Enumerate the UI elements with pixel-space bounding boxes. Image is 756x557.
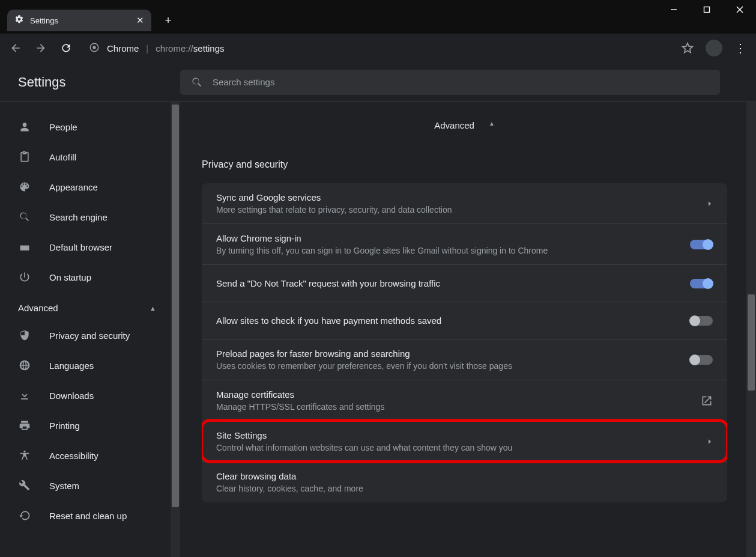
back-button[interactable] [5, 37, 26, 59]
new-tab-button[interactable]: + [160, 12, 177, 29]
browser-icon [18, 241, 31, 253]
toggle-payment-check[interactable] [690, 316, 713, 326]
chrome-icon [89, 42, 100, 55]
maximize-button[interactable] [690, 0, 723, 19]
settings-search-box[interactable] [180, 70, 720, 95]
row-allow-signin: Allow Chrome sign-in By turning this off… [202, 224, 727, 264]
row-title: Preload pages for faster browsing and se… [216, 349, 680, 359]
sidebar-item-accessibility[interactable]: Accessibility [0, 440, 180, 470]
sidebar-item-appearance[interactable]: Appearance [0, 172, 180, 202]
row-sync-services[interactable]: Sync and Google services More settings t… [202, 183, 727, 224]
wrench-icon [18, 479, 31, 492]
sidebar-item-label: Privacy and security [49, 330, 130, 341]
browser-menu-icon[interactable]: ⋮ [730, 41, 751, 55]
sidebar-advanced-toggle[interactable]: Advanced ▲ [0, 292, 180, 320]
row-title: Send a "Do Not Track" request with your … [216, 278, 680, 288]
sidebar-item-default-browser[interactable]: Default browser [0, 232, 180, 262]
row-title: Sync and Google services [216, 192, 697, 202]
row-site-settings[interactable]: Site Settings Control what information w… [202, 421, 727, 461]
sidebar-item-label: On startup [49, 272, 91, 282]
page-title: Settings [0, 75, 180, 90]
address-bar: Chrome | chrome://settings ⋮ [0, 34, 756, 62]
bookmark-star-icon[interactable] [677, 42, 698, 54]
download-icon [18, 389, 31, 401]
row-subtitle: By turning this off, you can sign in to … [216, 246, 680, 255]
restore-icon [18, 510, 31, 522]
toggle-allow-signin[interactable] [690, 240, 713, 249]
search-icon [18, 211, 31, 223]
row-title: Site Settings [216, 430, 697, 440]
row-do-not-track: Send a "Do Not Track" request with your … [202, 264, 727, 302]
privacy-card: Sync and Google services More settings t… [202, 183, 727, 502]
sidebar-item-label: Reset and clean up [49, 511, 127, 521]
content-scrollbar[interactable] [746, 102, 756, 557]
chevron-right-icon [707, 439, 713, 445]
svg-rect-1 [704, 7, 709, 13]
row-payment-check: Allow sites to check if you have payment… [202, 302, 727, 339]
content-advanced-label: Advanced [434, 120, 474, 130]
settings-content: Advanced ▲ Privacy and security Sync and… [180, 102, 756, 557]
print-icon [18, 419, 31, 431]
sidebar-item-downloads[interactable]: Downloads [0, 380, 180, 410]
row-title: Clear browsing data [216, 471, 713, 481]
close-tab-icon[interactable]: ✕ [136, 15, 144, 26]
omnibox-app-label: Chrome [107, 43, 139, 53]
sidebar-item-printing[interactable]: Printing [0, 410, 180, 440]
tab-strip: Settings ✕ + [0, 7, 177, 34]
row-subtitle: Control what information websites can us… [216, 443, 697, 452]
row-subtitle: Manage HTTPS/SSL certificates and settin… [216, 402, 691, 412]
sidebar-item-label: Accessibility [49, 451, 98, 461]
sidebar-item-label: Languages [49, 361, 94, 371]
minimize-button[interactable] [657, 0, 690, 19]
row-title: Allow sites to check if you have payment… [216, 315, 680, 326]
power-icon [18, 271, 31, 283]
clipboard-icon [18, 151, 31, 163]
row-subtitle: More settings that relate to privacy, se… [216, 205, 697, 215]
sidebar-item-system[interactable]: System [0, 470, 180, 501]
row-manage-certificates[interactable]: Manage certificates Manage HTTPS/SSL cer… [202, 380, 727, 421]
sidebar: People Autofill Appearance Search engine… [0, 102, 180, 557]
row-preload-pages: Preload pages for faster browsing and se… [202, 339, 727, 380]
row-title: Manage certificates [216, 389, 691, 400]
row-subtitle: Uses cookies to remember your preference… [216, 361, 680, 371]
profile-avatar[interactable] [706, 40, 722, 56]
browser-tab-settings[interactable]: Settings ✕ [7, 10, 151, 31]
sidebar-item-reset[interactable]: Reset and clean up [0, 501, 180, 531]
person-icon [18, 121, 31, 133]
sidebar-item-label: Search engine [49, 212, 107, 222]
reload-button[interactable] [55, 37, 77, 59]
omnibox[interactable]: Chrome | chrome://settings [80, 38, 673, 58]
sidebar-item-label: Default browser [49, 242, 112, 252]
search-icon [191, 76, 203, 88]
svg-point-5 [92, 46, 95, 49]
row-clear-browsing-data[interactable]: Clear browsing data Clear history, cooki… [202, 461, 727, 502]
toggle-preload[interactable] [690, 355, 713, 365]
sidebar-item-search-engine[interactable]: Search engine [0, 202, 180, 232]
row-subtitle: Clear history, cookies, cache, and more [216, 484, 713, 493]
sidebar-item-languages[interactable]: Languages [0, 350, 180, 380]
sidebar-item-privacy[interactable]: Privacy and security [0, 320, 180, 350]
content-scrollbar-thumb[interactable] [748, 294, 755, 391]
globe-icon [18, 359, 31, 371]
sidebar-scrollbar[interactable] [171, 102, 180, 557]
sidebar-scrollbar-thumb[interactable] [172, 105, 179, 507]
omnibox-divider: | [146, 43, 148, 53]
search-input[interactable] [213, 77, 709, 87]
sidebar-item-autofill[interactable]: Autofill [0, 142, 180, 172]
row-title: Allow Chrome sign-in [216, 233, 680, 243]
tab-title: Settings [30, 16, 130, 25]
close-window-button[interactable] [723, 0, 756, 19]
sidebar-item-people[interactable]: People [0, 112, 180, 142]
forward-button[interactable] [30, 37, 52, 59]
sidebar-item-label: Printing [49, 421, 80, 431]
window-titlebar: Settings ✕ + [0, 0, 756, 34]
sidebar-item-label: System [49, 481, 79, 491]
sidebar-item-label: Downloads [49, 391, 94, 401]
open-external-icon [701, 395, 713, 407]
toggle-do-not-track[interactable] [690, 279, 713, 288]
sidebar-item-on-startup[interactable]: On startup [0, 262, 180, 292]
chevron-up-icon: ▲ [150, 305, 156, 312]
chevron-up-icon: ▲ [489, 120, 495, 130]
sidebar-item-label: Autofill [49, 152, 76, 162]
content-advanced-header[interactable]: Advanced ▲ [202, 120, 727, 130]
